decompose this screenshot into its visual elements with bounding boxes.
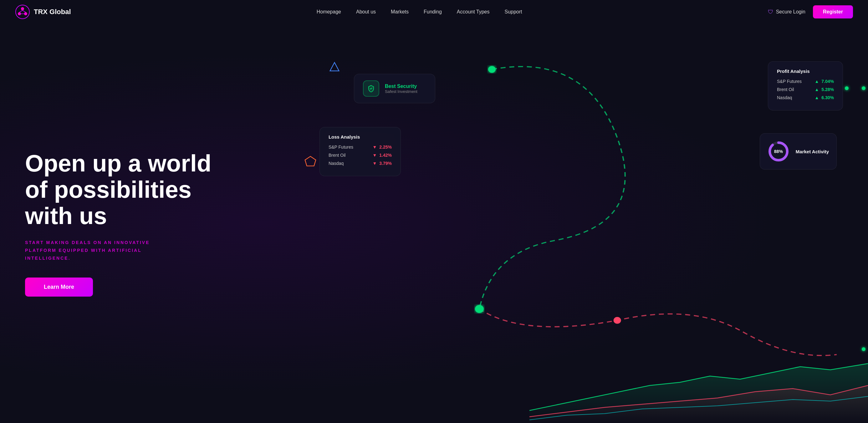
dot-right-edge-top xyxy=(862,86,866,90)
arrow-down-icon: ▼ xyxy=(372,145,377,150)
svg-point-7 xyxy=(488,66,496,73)
arrow-down-icon-3: ▼ xyxy=(372,161,377,166)
svg-line-4 xyxy=(20,10,23,12)
dot-right-edge-bottom xyxy=(862,347,866,351)
profit-nasdaq-label: Nasdaq xyxy=(777,95,792,100)
loss-oil-value: ▼ 1.42% xyxy=(372,153,392,158)
svg-point-8 xyxy=(475,305,484,313)
card-loss-analysis: Loss Analysis S&P Futures ▼ 2.25% Brent … xyxy=(319,127,401,176)
svg-point-0 xyxy=(16,5,29,19)
profit-sp-value: ▲ 7.04% xyxy=(815,79,834,84)
arrow-down-icon-2: ▼ xyxy=(372,153,377,158)
hero-subtitle: START MAKING DEALS ON AN INNOVATIVE PLAT… xyxy=(25,239,175,263)
loss-header: Loss Analysis xyxy=(329,134,392,140)
arrow-up-icon-2: ▲ xyxy=(815,87,819,92)
loss-sp-label: S&P Futures xyxy=(329,145,353,150)
nav-account-types[interactable]: Account Types xyxy=(457,9,490,14)
profit-oil-label: Brent Oil xyxy=(777,87,794,92)
nav-right: 🛡 Secure Login Register xyxy=(768,5,853,19)
profit-row-oil: Brent Oil ▲ 5.28% xyxy=(777,87,834,92)
svg-marker-11 xyxy=(305,156,316,166)
security-text: Best Security Safest Investment xyxy=(385,84,417,94)
card-best-security: Best Security Safest Investment xyxy=(354,74,435,103)
loss-nasdaq-value: ▼ 3.79% xyxy=(372,161,392,166)
loss-sp-value: ▼ 2.25% xyxy=(372,145,392,150)
nav-markets[interactable]: Markets xyxy=(391,9,409,14)
secure-login-button[interactable]: 🛡 Secure Login xyxy=(768,9,805,15)
donut-percentage: 88% xyxy=(774,149,783,154)
logo[interactable]: TRX Global xyxy=(15,4,71,20)
loss-row-sp: S&P Futures ▼ 2.25% xyxy=(329,145,392,150)
loss-row-oil: Brent Oil ▼ 1.42% xyxy=(329,153,392,158)
card-market-activity: 88% Market Activity xyxy=(760,133,837,170)
donut-chart: 88% xyxy=(768,141,789,162)
nav-support[interactable]: Support xyxy=(505,9,522,14)
card-profit-analysis: Profit Analysis S&P Futures ▲ 7.04% Bren… xyxy=(768,61,843,111)
hero-visuals: Best Security Safest Investment Profit A… xyxy=(304,24,868,423)
profit-row-nasdaq: Nasdaq ▲ 6.30% xyxy=(777,95,834,100)
decorative-triangle xyxy=(329,61,340,72)
decorative-pentagon xyxy=(304,155,317,168)
shield-icon: 🛡 xyxy=(768,9,774,15)
security-icon xyxy=(363,81,379,97)
learn-more-button[interactable]: Learn More xyxy=(25,277,93,297)
svg-line-5 xyxy=(23,10,26,12)
svg-point-1 xyxy=(21,7,24,10)
register-button[interactable]: Register xyxy=(813,5,853,19)
loss-oil-label: Brent Oil xyxy=(329,153,345,158)
hero-content: Open up a world of possibilities with us… xyxy=(0,150,244,296)
logo-text: TRX Global xyxy=(34,8,71,16)
arrow-up-icon-3: ▲ xyxy=(815,95,819,100)
security-title: Best Security xyxy=(385,84,417,89)
nav-about[interactable]: About us xyxy=(356,9,376,14)
hero-title: Open up a world of possibilities with us xyxy=(25,150,219,229)
navbar: TRX Global Homepage About us Markets Fun… xyxy=(0,0,868,24)
loss-nasdaq-label: Nasdaq xyxy=(329,161,344,166)
profit-row-sp: S&P Futures ▲ 7.04% xyxy=(777,79,834,84)
profit-header: Profit Analysis xyxy=(777,68,834,74)
svg-marker-10 xyxy=(330,63,339,71)
nav-homepage[interactable]: Homepage xyxy=(317,9,341,14)
market-activity-title: Market Activity xyxy=(796,149,829,154)
profit-nasdaq-value: ▲ 6.30% xyxy=(815,95,834,100)
svg-point-9 xyxy=(614,317,621,324)
chart-area xyxy=(529,354,868,423)
hero-section: Open up a world of possibilities with us… xyxy=(0,24,868,423)
dot-green-profit xyxy=(845,86,848,90)
profit-oil-value: ▲ 5.28% xyxy=(815,87,834,92)
secure-login-label: Secure Login xyxy=(776,9,805,15)
profit-sp-label: S&P Futures xyxy=(777,79,802,84)
nav-funding[interactable]: Funding xyxy=(424,9,442,14)
arrow-up-icon: ▲ xyxy=(815,79,819,84)
security-subtitle: Safest Investment xyxy=(385,89,417,94)
loss-row-nasdaq: Nasdaq ▼ 3.79% xyxy=(329,161,392,166)
nav-links: Homepage About us Markets Funding Accoun… xyxy=(317,9,522,15)
